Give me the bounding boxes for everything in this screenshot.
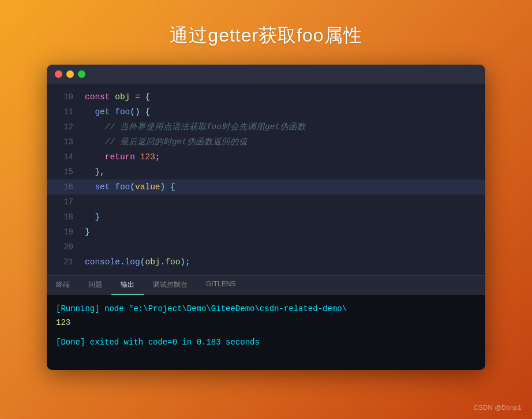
tab-problems[interactable]: 问题 — [79, 276, 111, 295]
code-text — [85, 240, 476, 255]
code-line-11: 11 get foo() { — [47, 104, 485, 119]
line-number: 19 — [56, 225, 73, 240]
code-text: } — [85, 225, 476, 240]
editor-window: 10 const obj = { 11 get foo() { 12 // 当外… — [47, 65, 485, 370]
code-line-20: 20 — [47, 240, 485, 255]
line-number: 13 — [56, 134, 73, 149]
code-line-18: 18 } — [47, 210, 485, 225]
code-text: console.log(obj.foo); — [85, 255, 476, 270]
code-line-15: 15 }, — [47, 164, 485, 179]
line-number: 12 — [56, 119, 73, 134]
line-number: 15 — [56, 164, 73, 179]
page-title: 通过getter获取foo属性 — [170, 23, 362, 48]
line-number: 18 — [56, 210, 73, 225]
line-number: 17 — [56, 194, 73, 210]
line-number: 10 — [56, 89, 73, 104]
minimize-button[interactable] — [66, 70, 74, 78]
code-editor: 10 const obj = { 11 get foo() { 12 // 当外… — [47, 84, 485, 275]
line-number: 21 — [56, 255, 73, 270]
tab-terminal[interactable]: 终端 — [47, 276, 79, 295]
code-line-10: 10 const obj = { — [47, 89, 485, 104]
code-line-16: 16 set foo(value) { — [47, 179, 485, 194]
tab-debug-console[interactable]: 调试控制台 — [144, 276, 197, 295]
tab-output[interactable]: 输出 — [111, 276, 144, 295]
code-text: return 123; — [85, 149, 476, 164]
terminal-area: [Running] node "e:\Project\Demo\GiteeDem… — [47, 295, 485, 370]
line-number: 16 — [56, 179, 73, 194]
terminal-done-line: [Done] exited with code=0 in 0.183 secon… — [56, 335, 476, 349]
code-line-12: 12 // 当外界使用点语法获取foo时会先调用get伪函数 — [47, 119, 485, 134]
close-button[interactable] — [55, 70, 62, 78]
code-text: set foo(value) { — [85, 179, 476, 194]
code-text: const obj = { — [85, 89, 476, 104]
code-line-13: 13 // 最后返回的时get伪函数返回的值 — [47, 134, 485, 149]
code-line-19: 19 } — [47, 225, 485, 240]
tab-gitlens[interactable]: GITLENS — [197, 276, 245, 295]
line-number: 20 — [56, 240, 73, 255]
terminal-tabs: 终端 问题 输出 调试控制台 GITLENS — [47, 275, 485, 295]
code-text: }, — [85, 164, 476, 179]
code-line-14: 14 return 123; — [47, 149, 485, 164]
code-text: // 最后返回的时get伪函数返回的值 — [85, 134, 476, 149]
code-text: get foo() { — [85, 104, 476, 119]
watermark: CSDN @Donp1 — [474, 404, 522, 411]
terminal-output-line: 123 — [56, 316, 476, 330]
code-text: // 当外界使用点语法获取foo时会先调用get伪函数 — [85, 119, 476, 134]
line-number: 11 — [56, 104, 73, 119]
code-line-21: 21 console.log(obj.foo); — [47, 255, 485, 270]
code-text: } — [85, 210, 476, 225]
code-line-17: 17 — [47, 194, 485, 210]
terminal-run-line: [Running] node "e:\Project\Demo\GiteeDem… — [56, 302, 476, 316]
titlebar — [47, 65, 485, 84]
line-number: 14 — [56, 149, 73, 164]
maximize-button[interactable] — [78, 70, 85, 78]
code-text — [85, 194, 476, 210]
